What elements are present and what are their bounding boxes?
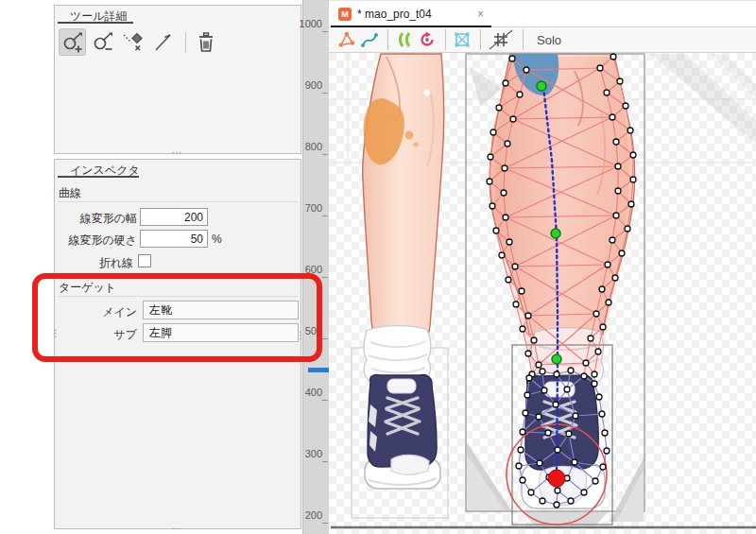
mesh-vertex[interactable] — [493, 228, 499, 233]
mesh-vertex[interactable] — [488, 154, 493, 160]
mesh-vertex[interactable] — [617, 78, 623, 84]
mesh-vertex[interactable] — [509, 56, 515, 61]
mesh-vertex[interactable] — [593, 478, 598, 484]
document-tab[interactable]: M * mao_pro_t04 × — [331, 2, 491, 27]
mesh-vertex[interactable] — [513, 301, 519, 307]
mesh-vertex[interactable] — [581, 490, 587, 495]
mesh-vertex[interactable] — [520, 477, 525, 483]
mesh-vertex[interactable] — [612, 275, 618, 281]
mesh-vertex[interactable] — [566, 431, 572, 437]
mesh-vertex[interactable] — [519, 288, 524, 294]
mesh-vertex[interactable] — [630, 152, 636, 158]
tab-close-icon[interactable]: × — [477, 8, 484, 21]
mesh-vertex[interactable] — [526, 375, 532, 381]
mesh-vertex[interactable] — [487, 179, 492, 184]
mesh-vertex[interactable] — [545, 430, 551, 436]
add-control-point-tool-button[interactable] — [59, 28, 86, 56]
mesh-vertex[interactable] — [599, 411, 605, 417]
mesh-vertex[interactable] — [496, 105, 502, 111]
mesh-vertex[interactable] — [554, 371, 559, 377]
mesh-vertex[interactable] — [540, 369, 545, 374]
canvas-viewport[interactable] — [329, 53, 756, 534]
mesh-vertex[interactable] — [506, 277, 511, 283]
panel-resize-handle[interactable]: … — [172, 146, 184, 152]
mesh-vertex[interactable] — [600, 324, 606, 330]
mesh-vertex[interactable] — [510, 116, 516, 122]
mesh-vertex[interactable] — [593, 311, 599, 317]
mesh-vertex[interactable] — [501, 190, 507, 196]
mesh-vertex[interactable] — [615, 188, 621, 194]
polyline-checkbox[interactable] — [138, 254, 151, 267]
mesh-vertex[interactable] — [596, 394, 602, 400]
mesh-vertex[interactable] — [524, 67, 529, 73]
mesh-vertex[interactable] — [524, 392, 530, 398]
mesh-vertex[interactable] — [595, 349, 601, 354]
mesh-vertex[interactable] — [555, 447, 560, 453]
mesh-vertex[interactable] — [615, 164, 621, 169]
mesh-edit-button[interactable] — [336, 29, 357, 50]
mesh-vertex[interactable] — [536, 362, 541, 368]
guide-control-point[interactable] — [552, 354, 561, 364]
mesh-vertex[interactable] — [512, 264, 518, 269]
mesh-vertex[interactable] — [490, 129, 496, 135]
mesh-vertex[interactable] — [605, 262, 610, 267]
mesh-vertex[interactable] — [503, 215, 508, 220]
mesh-vertex[interactable] — [518, 447, 524, 453]
mesh-vertex[interactable] — [516, 463, 522, 469]
guide-control-point[interactable] — [537, 81, 546, 91]
mesh-vertex[interactable] — [537, 460, 542, 466]
mesh-vertex[interactable] — [597, 65, 603, 71]
glue-button[interactable] — [394, 29, 415, 50]
mesh-vertex[interactable] — [520, 326, 525, 332]
curve-edit-button[interactable] — [359, 29, 380, 50]
mesh-vertex[interactable] — [573, 413, 578, 419]
mesh-vertex[interactable] — [572, 459, 577, 465]
mesh-vertex[interactable] — [490, 203, 495, 209]
mesh-vertex[interactable] — [627, 128, 633, 133]
mesh-vertex[interactable] — [613, 139, 619, 145]
mesh-vertex[interactable] — [625, 226, 630, 232]
mesh-vertex[interactable] — [555, 488, 560, 493]
mesh-vertex[interactable] — [628, 201, 634, 207]
mesh-vertex[interactable] — [505, 141, 510, 146]
mesh-vertex[interactable] — [540, 498, 545, 504]
mesh-vertex[interactable] — [600, 464, 606, 470]
mesh-vertex[interactable] — [517, 92, 523, 97]
mesh-vertex[interactable] — [630, 177, 636, 182]
splitter-handle[interactable]: ⋮ — [51, 332, 60, 336]
mesh-vertex[interactable] — [581, 373, 587, 379]
mesh-vertex[interactable] — [554, 502, 559, 508]
selected-control-point[interactable] — [548, 470, 565, 487]
mesh-vertex[interactable] — [531, 337, 537, 343]
mesh-vertex[interactable] — [602, 430, 608, 436]
mesh-vertex[interactable] — [499, 252, 505, 258]
mesh-vertex[interactable] — [553, 402, 558, 407]
transform-box-button[interactable] — [452, 29, 472, 50]
mesh-vertex[interactable] — [568, 368, 574, 373]
mesh-vertex[interactable] — [541, 388, 547, 393]
mesh-vertex[interactable] — [604, 448, 610, 454]
mesh-vertex[interactable] — [588, 336, 593, 341]
mesh-vertex[interactable] — [568, 498, 574, 504]
mesh-vertex[interactable] — [606, 300, 611, 305]
remove-control-point-tool-button[interactable] — [89, 28, 116, 56]
mesh-vertex[interactable] — [507, 239, 512, 245]
mesh-vertex[interactable] — [610, 114, 615, 120]
mesh-vertex[interactable] — [613, 213, 619, 218]
mesh-vertex[interactable] — [604, 90, 610, 95]
mesh-vertex[interactable] — [610, 54, 616, 60]
solo-mode-label[interactable]: Solo — [537, 33, 561, 47]
mesh-vertex[interactable] — [592, 371, 597, 377]
delete-tool-button[interactable] — [192, 28, 219, 56]
line-hardness-input[interactable] — [140, 230, 208, 248]
line-tool-button[interactable] — [149, 28, 177, 56]
mesh-vertex[interactable] — [525, 313, 531, 319]
mesh-vertex[interactable] — [502, 165, 507, 171]
target-sub-field[interactable] — [143, 323, 299, 342]
mesh-vertex[interactable] — [525, 351, 531, 356]
panel-resize-handle[interactable]: … — [172, 523, 184, 528]
mesh-vertex[interactable] — [503, 80, 508, 86]
mesh-vertex[interactable] — [619, 250, 625, 256]
line-width-input[interactable] — [140, 208, 208, 226]
mesh-vertex[interactable] — [583, 360, 589, 366]
